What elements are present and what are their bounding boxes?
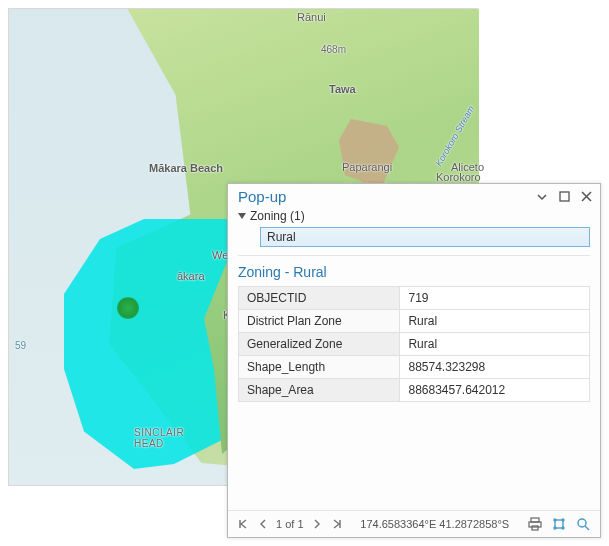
attr-value: 719	[400, 287, 590, 310]
table-row: OBJECTID 719	[239, 287, 590, 310]
table-row: Generalized Zone Rural	[239, 333, 590, 356]
attr-field: District Plan Zone	[239, 310, 400, 333]
map-label-ranui: Rānui	[297, 11, 326, 23]
attr-field: OBJECTID	[239, 287, 400, 310]
svg-rect-0	[560, 192, 569, 201]
attr-field: Shape_Area	[239, 379, 400, 402]
map-label-makara-beach: Mākara Beach	[149, 162, 223, 174]
table-row: Shape_Area 88683457.642012	[239, 379, 590, 402]
zoom-to-icon[interactable]	[574, 515, 592, 533]
map-label-alicetown: Aliceto	[451, 161, 484, 173]
attr-value: Rural	[400, 333, 590, 356]
popup-footer: 1 of 1 174.6583364°E 41.2872858°S	[228, 510, 600, 537]
coordinate-readout: 174.6583364°E 41.2872858°S	[350, 518, 520, 530]
close-icon[interactable]	[578, 189, 594, 205]
last-record-button[interactable]	[330, 517, 344, 531]
map-label-makara: ākara	[177, 270, 205, 282]
divider	[238, 255, 590, 256]
first-record-button[interactable]	[236, 517, 250, 531]
attribute-table: OBJECTID 719 District Plan Zone Rural Ge…	[238, 286, 590, 402]
popup-panel: Pop-up Zoning (1) Rural Zoning - Rural O…	[227, 183, 601, 538]
select-tool-icon[interactable]	[550, 515, 568, 533]
attr-value: Rural	[400, 310, 590, 333]
popup-header: Pop-up	[228, 184, 600, 207]
svg-rect-3	[532, 526, 538, 530]
attr-value: 88683457.642012	[400, 379, 590, 402]
attr-value: 88574.323298	[400, 356, 590, 379]
map-label-paparangi: Paparangi	[342, 161, 392, 173]
svg-point-9	[578, 519, 586, 527]
record-position: 1 of 1	[276, 518, 304, 530]
expand-arrow-icon[interactable]	[238, 213, 246, 219]
popup-layer-row[interactable]: Zoning (1)	[228, 207, 600, 225]
attr-field: Shape_Length	[239, 356, 400, 379]
map-label-elev468: 468m	[321, 44, 346, 55]
map-label-depth59: 59	[15, 340, 26, 351]
attr-field: Generalized Zone	[239, 333, 400, 356]
dock-icon[interactable]	[556, 189, 572, 205]
popup-selected-feature[interactable]: Rural	[260, 227, 590, 247]
next-record-button[interactable]	[310, 517, 324, 531]
table-row: Shape_Length 88574.323298	[239, 356, 590, 379]
prev-record-button[interactable]	[256, 517, 270, 531]
map-label-sinclair-head: SINCLAIR HEAD	[134, 427, 184, 449]
print-icon[interactable]	[526, 515, 544, 533]
map-identify-marker	[117, 297, 139, 319]
map-label-tawa: Tawa	[329, 83, 356, 95]
popup-layer-label: Zoning (1)	[250, 209, 305, 223]
popup-title: Pop-up	[238, 188, 528, 205]
collapse-icon[interactable]	[534, 189, 550, 205]
table-row: District Plan Zone Rural	[239, 310, 590, 333]
popup-section-title: Zoning - Rural	[228, 260, 600, 286]
